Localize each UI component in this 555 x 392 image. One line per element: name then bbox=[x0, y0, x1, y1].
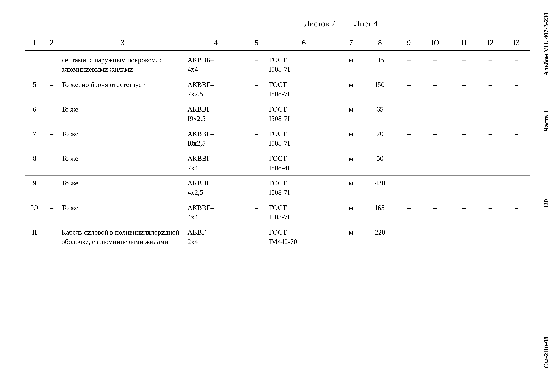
table-row: II – Кабель силовой в поливинилхлоридной… bbox=[25, 225, 530, 249]
cell-r10-c4: АКВВГ–4х4 bbox=[186, 200, 246, 225]
cell-r0-c11: – bbox=[451, 50, 477, 77]
cell-r6-c12: – bbox=[477, 102, 504, 126]
cell-r0-c5: – bbox=[246, 50, 267, 77]
cell-r7-c3: То же bbox=[60, 126, 186, 151]
cell-r8-c11: – bbox=[451, 151, 477, 176]
cell-r11-c3: Кабель силовой в поливинилхлоридной обол… bbox=[60, 225, 186, 249]
cell-r5-c2: – bbox=[44, 77, 60, 102]
side-bottom-text: СФ-2Н0-08 bbox=[542, 336, 550, 368]
cell-r9-c13: – bbox=[504, 175, 530, 200]
cell-r0-c6: ГОСТI508-7I bbox=[267, 50, 341, 77]
cell-r11-c9: – bbox=[398, 225, 419, 249]
col-header-7: 7 bbox=[341, 35, 362, 50]
cell-r9-c9: – bbox=[398, 175, 419, 200]
cell-r9-c10: – bbox=[419, 175, 451, 200]
cell-r8-c10: – bbox=[419, 151, 451, 176]
cell-r9-c11: – bbox=[451, 175, 477, 200]
cell-r8-c7: м bbox=[341, 151, 362, 176]
col-header-8: 8 bbox=[362, 35, 398, 50]
side-label-chast-right: Часть I bbox=[542, 111, 551, 132]
cell-r9-c4: АКВВГ–4х2,5 bbox=[186, 175, 246, 200]
col-header-13: I3 bbox=[504, 35, 530, 50]
cell-r0-c2 bbox=[44, 50, 60, 77]
cell-r5-c6: ГОСТI508-7I bbox=[267, 77, 341, 102]
side-label-top-right: 407-3-230 bbox=[542, 13, 551, 39]
cell-r11-c10: – bbox=[419, 225, 451, 249]
side-120-text: I20 bbox=[542, 199, 550, 208]
col-header-2: 2 bbox=[44, 35, 60, 50]
cell-r6-c3: То же bbox=[60, 102, 186, 126]
cell-r10-c8: I65 bbox=[362, 200, 398, 225]
cell-r10-c13: – bbox=[504, 200, 530, 225]
header-area: Листов 7 Лист 4 bbox=[25, 19, 530, 28]
table-row: 9 – То же АКВВГ–4х2,5 – ГОСТI508-7I м 43… bbox=[25, 175, 530, 200]
cell-r5-c7: м bbox=[341, 77, 362, 102]
cell-r7-c8: 70 bbox=[362, 126, 398, 151]
cell-r7-c1: 7 bbox=[25, 126, 44, 151]
cell-r8-c8: 50 bbox=[362, 151, 398, 176]
cell-r0-c3: лентами, с наружным покровом, с алюминие… bbox=[60, 50, 186, 77]
cell-r10-c9: – bbox=[398, 200, 419, 225]
cell-r11-c8: 220 bbox=[362, 225, 398, 249]
cell-r11-c6: ГОСТIМ442-70 bbox=[267, 225, 341, 249]
cell-r0-c1 bbox=[25, 50, 44, 77]
col-header-3: 3 bbox=[60, 35, 186, 50]
cell-r7-c12: – bbox=[477, 126, 504, 151]
cell-r8-c13: – bbox=[504, 151, 530, 176]
cell-r7-c10: – bbox=[419, 126, 451, 151]
page-container: Листов 7 Лист 4 407-3-230 Альбом VII. Ча… bbox=[0, 0, 555, 392]
cell-r6-c4: АКВВГ–I9х2,5 bbox=[186, 102, 246, 126]
cell-r8-c12: – bbox=[477, 151, 504, 176]
col-header-10: IO bbox=[419, 35, 451, 50]
col-header-9: 9 bbox=[398, 35, 419, 50]
cell-r7-c7: м bbox=[341, 126, 362, 151]
cell-r7-c2: – bbox=[44, 126, 60, 151]
cell-r5-c13: – bbox=[504, 77, 530, 102]
cell-r9-c12: – bbox=[477, 175, 504, 200]
table-row: 6 – То же АКВВГ–I9х2,5 – ГОСТI508-7I м 6… bbox=[25, 102, 530, 126]
table-row: 8 – То же АКВВГ–7х4 – ГОСТI508-4I м 50 –… bbox=[25, 151, 530, 176]
cell-r8-c1: 8 bbox=[25, 151, 44, 176]
side-number-120: I20 bbox=[542, 199, 551, 208]
cell-r11-c1: II bbox=[25, 225, 44, 249]
cell-r9-c3: То же bbox=[60, 175, 186, 200]
cell-r9-c5: – bbox=[246, 175, 267, 200]
col-header-12: I2 bbox=[477, 35, 504, 50]
cell-r10-c5: – bbox=[246, 200, 267, 225]
list-label: Лист 4 bbox=[354, 19, 378, 28]
cell-r0-c4: АКВВБ–4х4 bbox=[186, 50, 246, 77]
cell-r5-c1: 5 bbox=[25, 77, 44, 102]
side-label-bottom-right: СФ-2Н0-08 bbox=[542, 336, 551, 368]
cell-r7-c6: ГОСТI508-7I bbox=[267, 126, 341, 151]
cell-r11-c4: АВВГ–2х4 bbox=[186, 225, 246, 249]
cell-r10-c2: – bbox=[44, 200, 60, 225]
table-row: 5 – То же, но броня отсутствует АКВВГ–7х… bbox=[25, 77, 530, 102]
table-row: IO – То же АКВВГ–4х4 – ГОСТI503-7I м I65… bbox=[25, 200, 530, 225]
cell-r8-c6: ГОСТI508-4I bbox=[267, 151, 341, 176]
cell-r0-c12: – bbox=[477, 50, 504, 77]
col-header-11: II bbox=[451, 35, 477, 50]
table-row: лентами, с наружным покровом, с алюминие… bbox=[25, 50, 530, 77]
cell-r9-c6: ГОСТI508-7I bbox=[267, 175, 341, 200]
cell-r0-c10: – bbox=[419, 50, 451, 77]
cell-r0-c9: – bbox=[398, 50, 419, 77]
cell-r5-c4: АКВВГ–7х2,5 bbox=[186, 77, 246, 102]
cell-r5-c10: – bbox=[419, 77, 451, 102]
cell-r11-c7: м bbox=[341, 225, 362, 249]
cell-r5-c11: – bbox=[451, 77, 477, 102]
cell-r9-c2: – bbox=[44, 175, 60, 200]
cell-r6-c8: 65 bbox=[362, 102, 398, 126]
cell-r10-c12: – bbox=[477, 200, 504, 225]
cell-r6-c13: – bbox=[504, 102, 530, 126]
cell-r10-c7: м bbox=[341, 200, 362, 225]
cell-r6-c2: – bbox=[44, 102, 60, 126]
cell-r7-c13: – bbox=[504, 126, 530, 151]
cell-r7-c5: – bbox=[246, 126, 267, 151]
cell-r5-c5: – bbox=[246, 77, 267, 102]
cell-r11-c5: – bbox=[246, 225, 267, 249]
table-row: 7 – То же АКВВГ–I0х2,5 – ГОСТI508-7I м 7… bbox=[25, 126, 530, 151]
cell-r0-c13: – bbox=[504, 50, 530, 77]
side-top-text: 407-3-230 bbox=[542, 13, 550, 39]
cell-r7-c11: – bbox=[451, 126, 477, 151]
cell-r7-c4: АКВВГ–I0х2,5 bbox=[186, 126, 246, 151]
